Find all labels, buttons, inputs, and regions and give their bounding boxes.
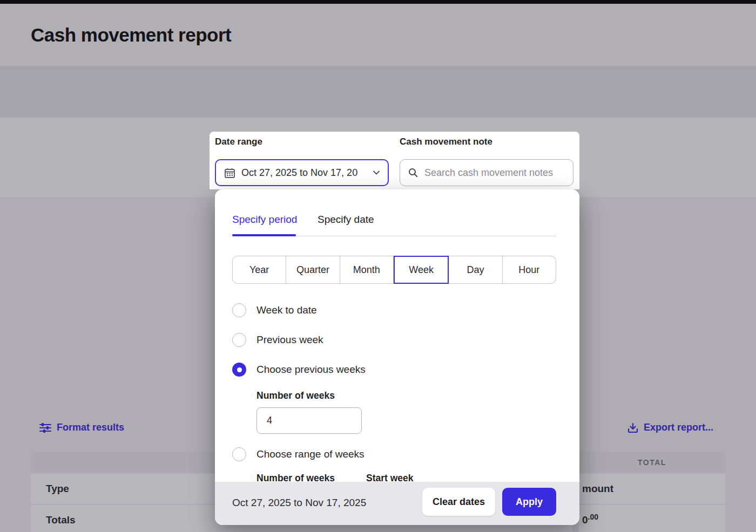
period-option-day[interactable]: Day [449, 256, 502, 284]
chevron-down-icon [373, 169, 380, 176]
popup-footer: Oct 27, 2025 to Nov 17, 2025 Clear dates… [215, 482, 579, 525]
active-tab-underline [232, 234, 296, 236]
radio-option-previous-week[interactable]: Previous week [232, 333, 323, 347]
period-option-quarter[interactable]: Quarter [286, 256, 340, 284]
radio-selected-icon[interactable] [232, 363, 246, 377]
period-option-year[interactable]: Year [232, 256, 286, 284]
radio-label: Week to date [256, 304, 317, 316]
note-label: Cash movement note [400, 137, 573, 147]
period-option-hour[interactable]: Hour [503, 256, 556, 284]
tab-specify-date[interactable]: Specify date [318, 214, 374, 226]
number-of-weeks-label: Number of weeks [256, 390, 335, 401]
number-of-weeks-input[interactable] [256, 407, 362, 434]
search-icon [408, 168, 418, 178]
date-range-input[interactable]: Oct 27, 2025 to Nov 17, 20 [215, 159, 389, 186]
note-search-input[interactable] [424, 167, 565, 179]
radio-icon[interactable] [232, 447, 246, 461]
radio-option-week-to-date[interactable]: Week to date [232, 303, 317, 317]
selected-range-text: Oct 27, 2025 to Nov 17, 2025 [232, 497, 366, 509]
date-range-value: Oct 27, 2025 to Nov 17, 20 [241, 167, 373, 179]
clear-dates-button[interactable]: Clear dates [422, 488, 495, 516]
popup-anchor-fields: Date range Oct 27, 202 [210, 132, 579, 189]
period-segmented-control: YearQuarterMonthWeekDayHour [232, 256, 556, 284]
calendar-icon [225, 168, 235, 178]
radio-option-choose-range-of-weeks[interactable]: Choose range of weeks [232, 447, 364, 461]
radio-label: Choose range of weeks [256, 448, 364, 460]
radio-label: Previous week [256, 334, 323, 346]
note-search-field[interactable] [400, 159, 573, 186]
tab-specify-period[interactable]: Specify period [232, 214, 297, 226]
period-option-month[interactable]: Month [340, 256, 394, 284]
apply-button[interactable]: Apply [502, 488, 556, 516]
period-option-week[interactable]: Week [394, 256, 449, 284]
radio-option-choose-previous-weeks[interactable]: Choose previous weeks [232, 363, 366, 377]
date-picker-panel: Specify period Specify date YearQuarterM… [215, 189, 579, 525]
radio-icon[interactable] [232, 333, 246, 347]
radio-label: Choose previous weeks [256, 364, 366, 376]
radio-icon[interactable] [232, 303, 246, 317]
date-range-label: Date range [215, 137, 389, 147]
